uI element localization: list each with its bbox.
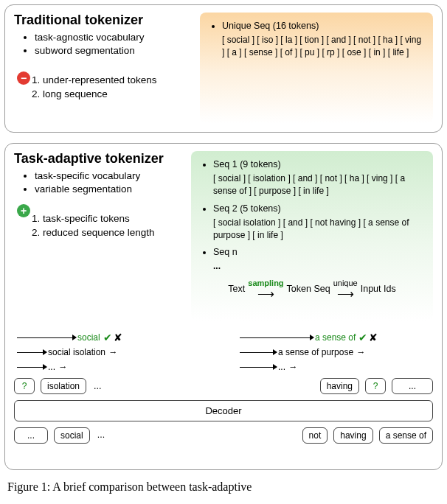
seq1-item: Seq 1 (9 tokens) [ social ] [ isolation … xyxy=(213,158,424,198)
adaptive-right: Seq 1 (9 tokens) [ social ] [ isolation … xyxy=(191,151,433,321)
minus-icon: − xyxy=(17,71,30,85)
traditional-prop-1: task-agnostic vocabulary xyxy=(35,31,197,44)
seqn-item: Seq n ... xyxy=(213,246,424,273)
cand-senseof-purpose: a sense of purpose xyxy=(278,347,353,357)
flow-unique-label: unique xyxy=(333,278,358,289)
adaptive-left: Task-adaptive tokenizer task-specific vo… xyxy=(14,151,191,321)
slot-b-ell1: ... xyxy=(14,427,48,444)
seq1-title: Seq 1 (9 tokens) xyxy=(213,159,281,169)
adaptive-tokenizer-panel: Task-adaptive tokenizer task-specific vo… xyxy=(4,143,443,470)
seq2-title: Seq 2 (5 tokens) xyxy=(213,203,281,214)
adaptive-prop-2: variable segmentation xyxy=(35,183,188,196)
flow-sampling-label: sampling xyxy=(248,278,283,289)
flow-tokenseq: Token Seq xyxy=(287,283,330,295)
unique-seq-title: Unique Seq (16 tokens) xyxy=(222,21,319,31)
slot-row-top: ? isolation ... having ? ... xyxy=(14,378,433,394)
adaptive-pros: 1. task-specific tokens 2. reduced seque… xyxy=(32,212,188,239)
adaptive-seq-box: Seq 1 (9 tokens) [ social ] [ isolation … xyxy=(191,151,433,321)
traditional-prop-2: subword segmentation xyxy=(35,44,197,57)
unique-seq-tokens: [ social ] [ iso ] [ la ] [ tion ] [ and… xyxy=(222,34,424,60)
adaptive-props: task-specific vocabulary variable segmen… xyxy=(14,169,188,196)
slot-q1: ? xyxy=(14,378,35,394)
slot-row-bottom: ... social ... not having a sense of xyxy=(14,427,433,444)
slot-having: having xyxy=(320,378,359,394)
check-icon: ✔ xyxy=(103,332,112,343)
cross-icon: ✘ xyxy=(369,332,378,343)
slot-b-social: social xyxy=(54,427,90,444)
adaptive-pro-2: 2. reduced sequence length xyxy=(32,226,188,239)
flow-text: Text xyxy=(228,283,245,295)
adaptive-title: Task-adaptive tokenizer xyxy=(14,151,188,167)
seq2-item: Seq 2 (5 tokens) [ social isolation ] [ … xyxy=(213,203,424,242)
traditional-left: Traditional tokenizer task-agnostic voca… xyxy=(14,13,200,123)
unique-seq-item: Unique Seq (16 tokens) [ social ] [ iso … xyxy=(222,20,424,60)
cand-social-isolation: social isolation xyxy=(48,347,105,357)
left-candidates: social✔✘ social isolation→ ...→ xyxy=(14,331,210,375)
slot-ell1: ... xyxy=(92,379,103,393)
cand-right-ell: ... xyxy=(278,362,285,372)
slot-b-senseof: a sense of xyxy=(379,427,433,444)
slot-isolation: isolation xyxy=(41,378,86,394)
flow-diagram: Text sampling ⟶ Token Seq unique ⟶ Input… xyxy=(200,278,424,301)
right-candidates: a sense of✔✘ a sense of purpose→ ...→ xyxy=(240,331,433,375)
adaptive-pro-1: 1. task-specific tokens xyxy=(32,212,188,225)
plus-icon: + xyxy=(17,204,30,217)
cross-icon: ✘ xyxy=(114,332,122,343)
flow-input: Input Ids xyxy=(361,283,396,295)
seqn-title: Seq n xyxy=(213,247,238,257)
seqn-tokens: ... xyxy=(213,260,424,273)
slot-b-having: having xyxy=(333,427,372,444)
slot-b-ell2: ... xyxy=(96,427,106,444)
cand-social: social xyxy=(77,332,100,343)
traditional-con-1: 1. under-represented tokens xyxy=(32,74,197,87)
traditional-right: Unique Seq (16 tokens) [ social ] [ iso … xyxy=(200,13,433,123)
cand-left-ell: ... xyxy=(48,362,55,372)
arrow-icon: ⟶ xyxy=(257,288,274,300)
cand-senseof: a sense of xyxy=(315,332,356,343)
slot-q2: ? xyxy=(365,378,386,394)
traditional-props: task-agnostic vocabulary subword segment… xyxy=(14,31,197,57)
decoder-diagram: social✔✘ social isolation→ ...→ a sense … xyxy=(14,331,433,444)
arrow-icon: ⟶ xyxy=(337,288,354,300)
adaptive-prop-1: task-specific vocabulary xyxy=(35,169,188,183)
traditional-title: Traditional tokenizer xyxy=(14,13,197,28)
seq2-tokens: [ social isolation ] [ and ] [ not havin… xyxy=(213,217,424,242)
decoder-block: Decoder xyxy=(14,400,433,421)
slot-b-not: not xyxy=(302,427,328,444)
traditional-con-2: 2. long sequence xyxy=(32,88,197,101)
seq1-tokens: [ social ] [ isolation ] [ and ] [ not ]… xyxy=(213,172,424,198)
slot-ell2: ... xyxy=(392,378,433,394)
traditional-cons: 1. under-represented tokens 2. long sequ… xyxy=(32,74,197,100)
traditional-tokenizer-panel: Traditional tokenizer task-agnostic voca… xyxy=(4,4,443,133)
unique-seq-box: Unique Seq (16 tokens) [ social ] [ iso … xyxy=(200,13,433,123)
figure-caption: Figure 1: A brief comparison between tas… xyxy=(4,480,443,494)
check-icon: ✔ xyxy=(358,332,367,343)
